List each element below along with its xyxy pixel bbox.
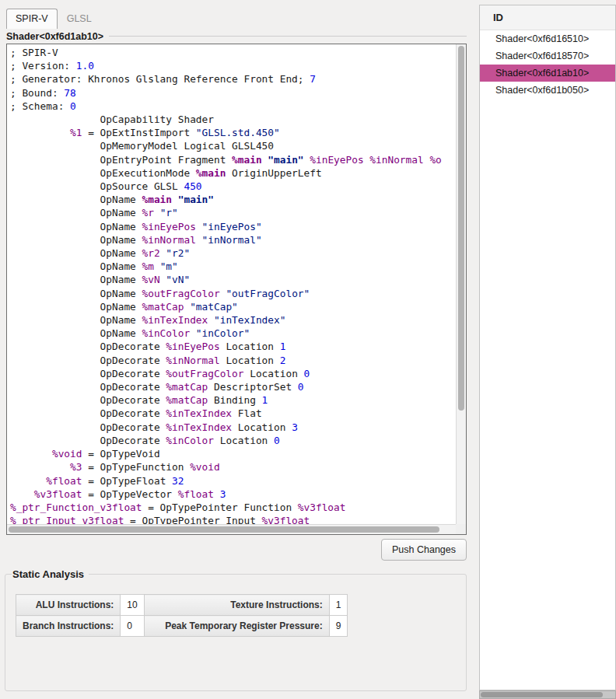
code-line: %3 = OpTypeFunction %void [10,460,456,474]
stat-value: 1 [329,595,348,616]
static-analysis-table: ALU Instructions:10Texture Instructions:… [16,594,348,637]
code-line: OpName %r "r" [10,206,456,219]
shader-id-item[interactable]: Shader<0xf6d1b050> [480,82,615,99]
code-line: OpName %matCap "matCap" [10,300,456,313]
code-line: OpMemoryModel Logical GLSL450 [10,139,456,152]
shader-id-item[interactable]: Shader<0xf6d1ab10> [480,65,615,82]
code-line: OpSource GLSL 450 [10,180,456,193]
code-line: OpDecorate %matCap DescriptorSet 0 [10,380,456,393]
code-line: OpExecutionMode %main OriginUpperLeft [10,166,456,180]
stat-value: 9 [329,616,348,637]
shader-title: Shader<0xf6d1ab10> [6,31,103,42]
tab-glsl[interactable]: GLSL [58,9,101,29]
code-line: OpName %outFragColor "outFragColor" [10,287,456,300]
stat-row: ALU Instructions:10Texture Instructions:… [16,595,348,616]
code-line: OpName %main "main" [10,193,456,206]
code-line: OpName %inTexIndex "inTexIndex" [10,313,456,327]
code-line: %_ptr_Input_v3float = OpTypePointer Inpu… [10,514,456,524]
code-line: OpDecorate %matCap Binding 1 [10,393,456,407]
stat-label: Peak Temporary Register Pressure: [144,616,329,637]
static-analysis-group: Static Analysis ALU Instructions:10Textu… [5,568,467,691]
stat-label: Texture Instructions: [144,595,329,616]
stat-label: ALU Instructions: [16,595,121,616]
code-line: %float = OpTypeFloat 32 [10,474,456,488]
code-line: ; Bound: 78 [10,86,456,100]
stat-label: Branch Instructions: [16,616,121,637]
tab-spirv[interactable]: SPIR-V [6,9,58,29]
code-line: OpDecorate %inTexIndex Flat [10,407,456,420]
code-line: OpName %r2 "r2" [10,246,456,260]
code-line: %void = OpTypeVoid [10,447,456,460]
stat-row: Branch Instructions:0Peak Temporary Regi… [16,616,348,637]
stat-value: 10 [121,595,144,616]
shader-id-item[interactable]: Shader<0xf6d18570> [480,47,615,65]
shader-language-tabs: SPIR-V GLSL [6,8,101,29]
shader-id-pane: ID Shader<0xf6d16510>Shader<0xf6d18570>S… [478,0,616,699]
title-divider-line [109,36,467,37]
vertical-scrollbar-thumb[interactable] [458,46,464,411]
code-line: OpDecorate %inColor Location 0 [10,434,456,447]
id-column-header: ID [480,5,615,30]
shader-id-item[interactable]: Shader<0xf6d16510> [480,30,615,47]
shader-viewer-window: SPIR-V GLSL Shader<0xf6d1ab10> ; SPIR-V;… [0,0,616,699]
code-line: OpEntryPoint Fragment %main "main" %inEy… [10,153,456,166]
static-analysis-title: Static Analysis [12,568,89,580]
stat-value: 0 [121,616,144,637]
code-line: OpDecorate %outFragColor Location 0 [10,367,456,380]
shader-edit-pane: SPIR-V GLSL Shader<0xf6d1ab10> ; SPIR-V;… [0,0,473,699]
id-panel-scrollbar-thumb[interactable] [481,692,603,697]
code-line: ; SPIR-V [10,46,456,59]
editor-button-row: Push Changes [6,539,467,561]
code-line: OpDecorate %inEyePos Location 1 [10,340,456,353]
code-line: OpCapability Shader [10,113,456,126]
code-line: OpName %vN "vN" [10,273,456,286]
editor-horizontal-scrollbar[interactable] [7,524,456,534]
code-line: %_ptr_Function_v3float = OpTypePointer F… [10,501,456,514]
horizontal-scrollbar-thumb[interactable] [9,526,439,533]
code-line: ; Version: 1.0 [10,59,456,72]
code-line: OpDecorate %inNormal Location 2 [10,354,456,367]
code-line: OpName %inEyePos "inEyePos" [10,220,456,233]
code-line: %v3float = OpTypeVector %float 3 [10,488,456,501]
editor-vertical-scrollbar[interactable] [456,44,466,524]
push-changes-button[interactable]: Push Changes [381,539,467,561]
code-line: ; Generator: Khronos Glslang Reference F… [10,72,456,86]
shader-id-list: Shader<0xf6d16510>Shader<0xf6d18570>Shad… [480,30,615,99]
code-line: OpName %inNormal "inNormal" [10,233,456,246]
code-line: ; Schema: 0 [10,100,456,113]
id-panel-horizontal-scrollbar[interactable] [479,690,616,699]
scrollbar-corner [456,524,466,534]
shader-title-row: Shader<0xf6d1ab10> [6,30,467,42]
code-line: %1 = OpExtInstImport "GLSL.std.450" [10,126,456,139]
spirv-code-editor[interactable]: ; SPIR-V; Version: 1.0; Generator: Khron… [6,44,467,535]
code-line: OpDecorate %inTexIndex Location 3 [10,421,456,434]
shader-id-list-card: ID Shader<0xf6d16510>Shader<0xf6d18570>S… [479,5,616,690]
code-line: OpName %m "m" [10,260,456,273]
spirv-code-content[interactable]: ; SPIR-V; Version: 1.0; Generator: Khron… [7,44,456,524]
code-line: OpName %inColor "inColor" [10,327,456,340]
